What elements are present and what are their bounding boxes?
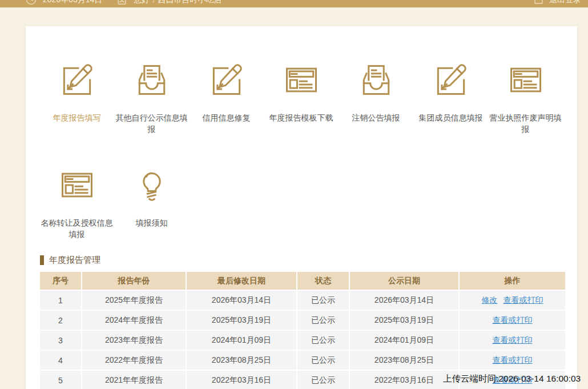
cell-last-modified: 2026年03月14日 [187,291,296,310]
inbox-document-icon [132,61,171,99]
table-header-row: 序号报告年份最后修改日期状态公示日期操作 [40,272,565,290]
menu-row-2: 名称转让及授权信息填报 填报须知 [39,166,189,240]
webpage-icon [58,166,96,204]
cell-publish-date: 2026年03月14日 [350,291,458,310]
upload-time-watermark: 上传云端时间:2026-03-14 16:00:03 [443,373,581,385]
menu-item[interactable]: 营业执照作废声明填报 [488,61,563,135]
cell-last-modified: 2024年01月09日 [187,331,296,350]
cell-index: 1 [40,291,81,310]
header-cell: 操作 [460,272,565,290]
cell-actions: 查看或打印 [460,351,565,370]
view-or-print-link[interactable]: 查看或打印 [493,315,533,326]
cell-index: 4 [40,351,81,370]
inbox-document-icon [357,61,396,99]
cell-publish-date: 2024年01月09日 [350,331,458,350]
header-cell: 最后修改日期 [187,272,296,290]
table-row: 3 2023年年度报告 2024年01月09日 已公示 2024年01月09日 … [40,331,565,350]
cell-status: 已公示 [297,291,349,310]
edit-icon [207,61,246,99]
current-date: 2026年03月14日 [43,0,102,5]
cell-last-modified: 2025年03月19日 [187,311,296,330]
cell-publish-date: 2023年08月25日 [350,351,458,370]
menu-item-label: 名称转让及授权信息填报 [39,217,114,240]
cell-report-year: 2023年年度报告 [82,331,186,350]
menu-item-label: 填报须知 [136,217,168,228]
cell-publish-date: 2025年03月19日 [350,311,458,330]
annual-report-table: 序号报告年份最后修改日期状态公示日期操作 1 2025年年度报告 2026年03… [40,272,565,389]
cell-index: 2 [40,311,81,330]
table-row: 2 2024年年度报告 2025年03月19日 已公示 2025年03月19日 … [40,311,565,330]
menu-item[interactable]: 注销公告填报 [339,61,413,135]
cell-index: 5 [40,371,81,389]
cell-publish-date: 2022年03月16日 [350,371,458,389]
edit-icon [58,61,96,99]
view-or-print-link[interactable]: 查看或打印 [493,355,533,366]
webpage-icon [282,61,321,99]
menu-item[interactable]: 年度报告填写 [39,61,114,135]
cell-report-year: 2021年年度报告 [82,371,186,389]
menu-item-label: 年度报告模板下载 [269,112,333,123]
edit-icon [432,61,470,99]
menu-item-label: 信用信息修复 [203,112,251,123]
cell-status: 已公示 [297,371,349,389]
header-cell: 序号 [40,272,81,290]
cell-actions: 查看或打印 [460,311,565,330]
header-cell: 公示日期 [350,272,458,290]
cell-status: 已公示 [297,311,349,330]
menu-item[interactable]: 信用信息修复 [189,61,264,135]
menu-item[interactable]: 集团成员信息填报 [413,61,488,135]
table-row: 1 2025年年度报告 2026年03月14日 已公示 2026年03月14日 … [40,291,565,310]
header-cell: 状态 [297,272,349,290]
clock-icon [25,0,37,6]
cell-last-modified: 2023年08月25日 [187,351,296,370]
table-row: 4 2022年年度报告 2023年08月25日 已公示 2023年08月25日 … [40,351,565,370]
menu-item[interactable]: 填报须知 [114,166,189,240]
cell-actions: 查看或打印 [460,331,565,350]
menu-item[interactable]: 其他自行公示信息填报 [114,61,189,135]
header-cell: 报告年份 [82,272,186,290]
menu-item-label: 其他自行公示信息填报 [114,112,189,135]
cell-report-year: 2025年年度报告 [82,291,186,310]
section-title: 年度报告管理 [49,255,100,266]
cell-index: 3 [40,331,81,350]
section-accent-bar [40,255,44,265]
menu-item-label: 集团成员信息填报 [419,112,483,123]
user-greeting: 您好！西昌市吉时小吃店 [134,0,221,5]
menu-item-label: 营业执照作废声明填报 [488,112,563,135]
bulb-icon [132,166,171,204]
cell-report-year: 2024年年度报告 [82,311,186,330]
menu-row-1: 年度报告填写 其他自行公示信息填报 信用信息修复 年度报告模板下载 注销公告填报… [39,61,563,135]
logout-icon[interactable] [533,0,545,6]
cell-status: 已公示 [297,351,349,370]
user-badge-icon [116,0,128,6]
cell-actions: 修改查看或打印 [460,291,565,310]
top-bar: 2026年03月14日 您好！西昌市吉时小吃店 退出登录 [0,0,588,7]
modify-link[interactable]: 修改 [482,295,498,306]
view-or-print-link[interactable]: 查看或打印 [493,335,533,346]
webpage-icon [506,61,545,99]
cell-last-modified: 2022年03月16日 [187,371,296,389]
main-panel: 年度报告填写 其他自行公示信息填报 信用信息修复 年度报告模板下载 注销公告填报… [26,26,577,389]
cell-status: 已公示 [297,331,349,350]
logout-button[interactable]: 退出登录 [549,0,581,5]
section-header: 年度报告管理 [40,255,100,266]
menu-item-label: 注销公告填报 [352,112,400,123]
menu-item[interactable]: 名称转让及授权信息填报 [39,166,114,240]
cell-report-year: 2022年年度报告 [82,351,186,370]
menu-item-label: 年度报告填写 [53,112,101,123]
menu-item[interactable]: 年度报告模板下载 [264,61,339,135]
view-or-print-link[interactable]: 查看或打印 [504,295,543,306]
